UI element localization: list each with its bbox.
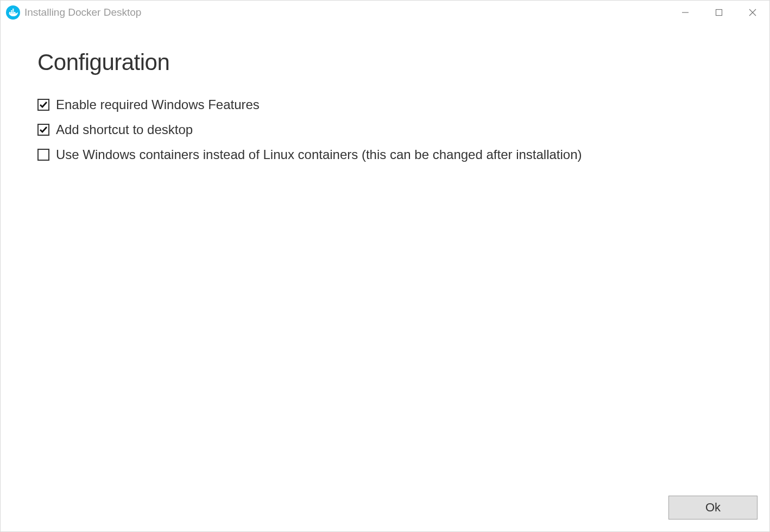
option-use-windows-containers: Use Windows containers instead of Linux … bbox=[37, 147, 737, 162]
svg-rect-3 bbox=[12, 12, 14, 13]
close-button[interactable] bbox=[736, 1, 769, 24]
options-list: Enable required Windows Features Add sho… bbox=[37, 97, 737, 162]
option-add-shortcut: Add shortcut to desktop bbox=[37, 122, 737, 137]
option-label[interactable]: Use Windows containers instead of Linux … bbox=[56, 147, 582, 162]
svg-rect-7 bbox=[12, 9, 14, 10]
footer: Ok bbox=[668, 496, 758, 520]
checkbox-enable-windows-features[interactable] bbox=[37, 99, 49, 111]
svg-rect-4 bbox=[14, 12, 15, 13]
option-label[interactable]: Enable required Windows Features bbox=[56, 97, 260, 112]
svg-rect-6 bbox=[12, 10, 14, 11]
titlebar-left: Installing Docker Desktop bbox=[6, 5, 141, 20]
maximize-button[interactable] bbox=[702, 1, 736, 24]
window-title: Installing Docker Desktop bbox=[24, 7, 141, 18]
checkbox-add-shortcut[interactable] bbox=[37, 124, 49, 136]
checkbox-use-windows-containers[interactable] bbox=[37, 149, 49, 161]
content-area: Configuration Enable required Windows Fe… bbox=[1, 24, 769, 531]
svg-rect-1 bbox=[9, 12, 10, 13]
docker-icon bbox=[6, 5, 20, 20]
window-controls bbox=[668, 1, 769, 24]
ok-button[interactable]: Ok bbox=[668, 496, 758, 520]
option-label[interactable]: Add shortcut to desktop bbox=[56, 122, 193, 137]
page-title: Configuration bbox=[37, 49, 737, 75]
svg-rect-9 bbox=[716, 10, 722, 16]
svg-rect-5 bbox=[11, 10, 12, 11]
svg-rect-2 bbox=[11, 12, 12, 13]
minimize-button[interactable] bbox=[668, 1, 702, 24]
installer-window: Installing Docker Desktop Configuration … bbox=[0, 0, 770, 532]
option-enable-windows-features: Enable required Windows Features bbox=[37, 97, 737, 112]
titlebar: Installing Docker Desktop bbox=[1, 1, 769, 24]
